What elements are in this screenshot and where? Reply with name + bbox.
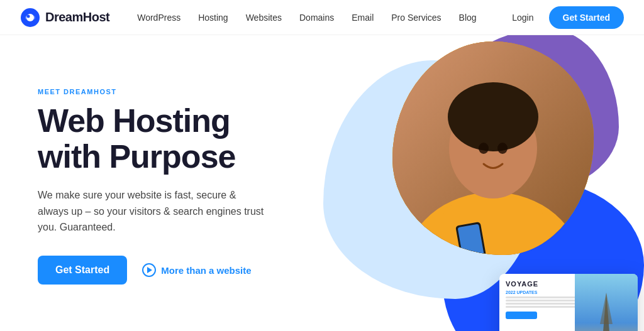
nav-item-pro-services[interactable]: Pro Services xyxy=(384,9,448,26)
svg-point-2 xyxy=(27,14,30,18)
nav-item-websites[interactable]: Websites xyxy=(238,9,289,26)
card-line-4 xyxy=(506,306,580,308)
hero-content: MEET DREAMHOST Web Hosting with Purpose … xyxy=(38,88,340,285)
hero-illustration: VOYAGE 2022 UPDATES xyxy=(330,35,644,331)
card-image: THE WORLDAROUND xyxy=(575,274,638,331)
login-button[interactable]: Login xyxy=(504,9,541,26)
nav-item-hosting[interactable]: Hosting xyxy=(191,9,235,26)
hero-actions: Get Started More than a website xyxy=(38,256,340,285)
brand-name: DreamHost xyxy=(45,10,109,24)
nav-get-started-button[interactable]: Get Started xyxy=(549,6,624,29)
nav-item-email[interactable]: Email xyxy=(344,9,381,26)
play-icon xyxy=(142,263,156,277)
play-triangle xyxy=(147,267,152,273)
svg-point-9 xyxy=(497,143,508,154)
nav-item-wordpress[interactable]: WordPress xyxy=(130,9,188,26)
meet-label: MEET DREAMHOST xyxy=(38,88,340,95)
card-know-more-button[interactable] xyxy=(506,312,537,319)
website-preview-card: VOYAGE 2022 UPDATES xyxy=(499,274,638,331)
more-link-label: More than a website xyxy=(161,265,251,276)
hero-title: Web Hosting with Purpose xyxy=(38,103,340,175)
nav-item-domains[interactable]: Domains xyxy=(292,9,341,26)
nav-links: WordPress Hosting Websites Domains Email… xyxy=(130,9,504,26)
logo[interactable]: DreamHost xyxy=(20,8,109,28)
hero-subtitle: We make sure your website is fast, secur… xyxy=(38,187,264,236)
hero-title-line1: Web Hosting xyxy=(38,102,230,139)
eiffel-svg xyxy=(575,274,638,331)
logo-icon xyxy=(20,8,40,28)
navbar: DreamHost WordPress Hosting Websites Dom… xyxy=(0,0,644,35)
more-than-website-link[interactable]: More than a website xyxy=(142,263,251,277)
svg-point-8 xyxy=(479,143,489,154)
card-line-2 xyxy=(506,300,580,301)
hero-title-line2: with Purpose xyxy=(38,138,235,175)
nav-item-blog[interactable]: Blog xyxy=(452,9,484,26)
nav-actions: Login Get Started xyxy=(504,6,624,29)
hero-section: MEET DREAMHOST Web Hosting with Purpose … xyxy=(0,35,644,331)
svg-point-7 xyxy=(448,82,538,151)
hero-get-started-button[interactable]: Get Started xyxy=(38,256,127,285)
